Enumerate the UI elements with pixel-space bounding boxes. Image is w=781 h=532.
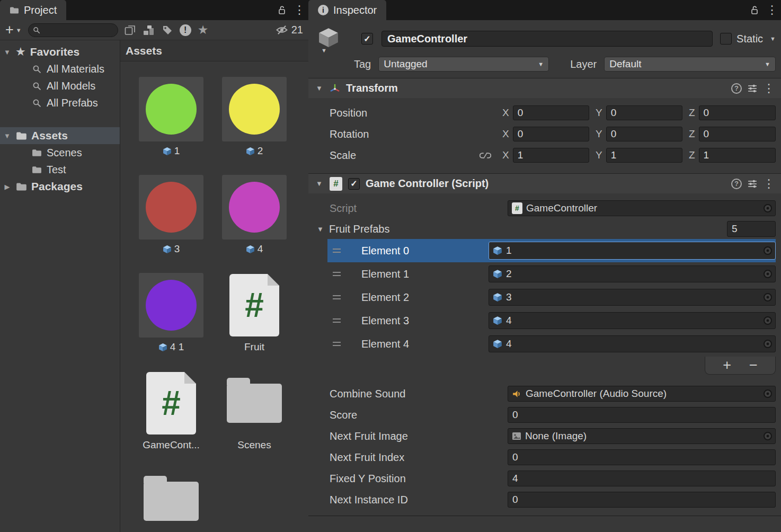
drag-handle-icon[interactable]	[333, 272, 342, 276]
asset-folder-scenes[interactable]: Scenes	[222, 371, 287, 451]
foldout-open-icon[interactable]: ▼	[316, 84, 324, 92]
object-picker-icon[interactable]	[763, 316, 773, 325]
expand-search-icon[interactable]	[125, 25, 136, 36]
rotation-y-field[interactable]: 0	[606, 127, 682, 141]
foldout-open-icon[interactable]: ▼	[317, 225, 325, 233]
tree-label: All Models	[47, 80, 95, 92]
element-row-4[interactable]: Element 4 4	[327, 332, 776, 356]
icon-select-dropdown-icon[interactable]: ▼	[321, 47, 327, 54]
saved-search-star-icon[interactable]: ★	[198, 24, 209, 36]
kebab-menu-icon[interactable]: ⋮	[294, 4, 305, 16]
help-icon[interactable]: ?	[731, 179, 742, 189]
foldout-closed-icon[interactable]: ▶	[3, 183, 11, 191]
drag-handle-icon[interactable]	[333, 295, 342, 299]
asset-prefab-4[interactable]: 4	[222, 175, 287, 255]
game-controller-header[interactable]: ▼ # ✓ Game Controller (Script) ? ⋮	[308, 174, 781, 193]
asset-script-gamecontroller[interactable]: # GameCont...	[139, 371, 203, 451]
object-picker-icon[interactable]	[763, 431, 773, 441]
create-dropdown-icon[interactable]: ▼	[16, 27, 22, 33]
search-by-label-icon[interactable]	[162, 24, 173, 36]
object-picker-icon[interactable]	[763, 246, 773, 255]
presets-icon[interactable]	[748, 84, 757, 93]
hidden-objects-counter[interactable]: 21	[276, 24, 303, 36]
kebab-menu-icon[interactable]: ⋮	[763, 178, 775, 190]
tab-project[interactable]: Project	[0, 0, 66, 20]
gameobject-name-field[interactable]: GameController	[381, 31, 713, 47]
foldout-open-icon[interactable]: ▼	[3, 132, 11, 140]
tag-dropdown[interactable]: Untagged ▼	[378, 57, 549, 72]
remove-element-button[interactable]: −	[749, 358, 758, 373]
transform-header[interactable]: ▼ Transform ? ⋮	[308, 78, 781, 98]
asset-prefab-2[interactable]: 2	[222, 77, 287, 157]
tree-item-scenes[interactable]: Scenes	[0, 144, 120, 161]
fixed-y-position-field[interactable]: 4	[508, 471, 776, 486]
component-enabled-checkbox[interactable]: ✓	[348, 178, 360, 190]
scale-y-field[interactable]: 1	[606, 148, 682, 163]
object-picker-icon[interactable]	[763, 269, 773, 279]
tree-item-packages[interactable]: ▶ Packages	[0, 178, 120, 195]
foldout-open-icon[interactable]: ▼	[316, 180, 324, 188]
tree-item-all-prefabs[interactable]: All Prefabs	[0, 94, 120, 111]
element-0-object-field[interactable]: 1	[489, 242, 776, 260]
tree-item-assets[interactable]: ▼ Assets	[0, 127, 120, 144]
scale-z-field[interactable]: 1	[699, 148, 776, 163]
drag-handle-icon[interactable]	[333, 249, 342, 253]
lock-icon[interactable]	[278, 5, 286, 15]
help-icon[interactable]: ?	[731, 83, 742, 94]
element-row-2[interactable]: Element 2 3	[327, 286, 776, 309]
add-element-button[interactable]: +	[723, 358, 731, 373]
drag-handle-icon[interactable]	[333, 342, 342, 346]
score-field[interactable]: 0	[508, 407, 776, 423]
asset-prefab-1[interactable]: 1	[139, 77, 203, 157]
gameobject-cube-icon[interactable]: ▼	[317, 26, 342, 51]
script-object-field[interactable]: # GameController	[508, 200, 776, 216]
element-1-object-field[interactable]: 2	[489, 265, 776, 282]
position-y-field[interactable]: 0	[606, 105, 682, 120]
element-3-object-field[interactable]: 4	[489, 312, 776, 329]
tree-item-test[interactable]: Test	[0, 161, 120, 178]
tree-item-favorites[interactable]: ▼ ★ Favorites	[0, 43, 120, 60]
create-asset-button[interactable]: +	[5, 23, 14, 37]
asset-script-fruit[interactable]: # Fruit	[222, 273, 287, 353]
array-size-field[interactable]: 5	[727, 221, 776, 237]
active-checkbox[interactable]: ✓	[361, 33, 373, 45]
element-row-1[interactable]: Element 1 2	[327, 262, 776, 286]
object-picker-icon[interactable]	[763, 339, 773, 349]
static-flags-dropdown-icon[interactable]: ▼	[770, 36, 776, 42]
position-z-field[interactable]: 0	[699, 105, 776, 120]
fruit-prefabs-foldout[interactable]: ▼ Fruit Prefabs 5	[308, 219, 781, 239]
asset-prefab-3[interactable]: 3	[139, 175, 203, 255]
next-fruit-image-field[interactable]: None (Image)	[508, 428, 776, 444]
tab-inspector[interactable]: i Inspector	[308, 0, 386, 20]
scale-x-field[interactable]: 1	[513, 148, 589, 163]
rotation-x-field[interactable]: 0	[513, 127, 589, 141]
tree-item-all-materials[interactable]: All Materials	[0, 60, 120, 77]
search-by-type-icon[interactable]	[143, 24, 155, 36]
link-scale-icon[interactable]	[480, 152, 491, 159]
object-picker-icon[interactable]	[763, 203, 773, 213]
element-4-object-field[interactable]: 4	[489, 335, 776, 352]
element-row-0[interactable]: Element 0 1	[327, 239, 776, 262]
foldout-open-icon[interactable]: ▼	[3, 48, 11, 56]
kebab-menu-icon[interactable]: ⋮	[763, 83, 775, 94]
tree-item-all-models[interactable]: All Models	[0, 77, 120, 94]
next-instance-id-field[interactable]: 0	[508, 492, 776, 508]
drag-handle-icon[interactable]	[333, 318, 342, 323]
position-x-field[interactable]: 0	[513, 105, 589, 120]
object-picker-icon[interactable]	[763, 389, 773, 398]
combine-sound-field[interactable]: GameController (Audio Source)	[508, 386, 776, 402]
rotation-z-field[interactable]: 0	[699, 127, 776, 141]
presets-icon[interactable]	[748, 180, 757, 188]
element-2-object-field[interactable]: 3	[489, 289, 776, 306]
asset-folder[interactable]	[139, 469, 203, 532]
next-fruit-index-field[interactable]: 0	[508, 449, 776, 465]
lock-icon[interactable]	[750, 5, 759, 15]
static-checkbox[interactable]	[720, 33, 732, 45]
element-row-3[interactable]: Element 3 4	[327, 309, 776, 332]
asset-prefab-4-1[interactable]: 4 1	[139, 273, 203, 353]
search-input[interactable]	[28, 23, 118, 37]
kebab-menu-icon[interactable]: ⋮	[766, 4, 778, 16]
console-alert-icon[interactable]: !	[180, 24, 191, 36]
object-picker-icon[interactable]	[763, 292, 773, 302]
layer-dropdown[interactable]: Default ▼	[604, 57, 776, 72]
